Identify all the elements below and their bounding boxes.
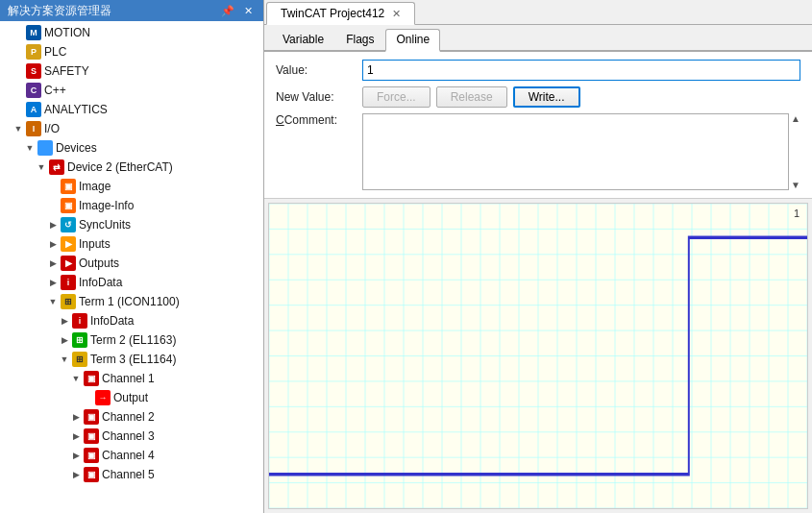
chart-svg (269, 204, 807, 508)
icon-term2: ⊞ (72, 332, 87, 348)
icon-outputs: ▶ (61, 256, 76, 271)
tree-item-motion[interactable]: MMOTION (0, 23, 263, 42)
expand-btn-term1[interactable]: ▼ (46, 295, 60, 308)
force-button[interactable]: Force... (362, 86, 431, 108)
icon-infodata: i (61, 275, 76, 290)
label-plc: PLC (44, 45, 66, 59)
expand-btn-outputs[interactable]: ▶ (46, 256, 60, 270)
write-button[interactable]: Write... (513, 86, 580, 108)
expand-btn-channel2[interactable]: ▶ (69, 410, 83, 424)
label-channel4: Channel 4 (102, 449, 155, 462)
icon-analytics: A (26, 102, 41, 117)
sub-tab-variable[interactable]: Variable (272, 29, 334, 50)
tree-item-term1[interactable]: ▼⊞Term 1 (ICON1100) (0, 292, 263, 311)
expand-btn-channel5[interactable]: ▶ (69, 468, 83, 481)
tree-item-term3[interactable]: ▼⊞Term 3 (EL1164) (0, 350, 263, 369)
tree-item-infodata[interactable]: ▶iInfoData (0, 273, 263, 292)
tree-item-io[interactable]: ▼II/O (0, 119, 263, 138)
tree-item-output[interactable]: →Output (0, 388, 263, 407)
icon-channel4: ▣ (84, 448, 99, 463)
expand-btn-channel3[interactable]: ▶ (69, 429, 83, 443)
online-content: Value: New Value: Force... Release Write… (264, 52, 812, 199)
solution-explorer-title: 解决方案资源管理器 (8, 3, 111, 19)
tree-item-safety[interactable]: SSAFETY (0, 61, 263, 81)
expand-btn-infodata2[interactable]: ▶ (58, 314, 71, 328)
label-device2: Device 2 (EtherCAT) (67, 160, 173, 174)
expand-btn-io[interactable]: ▼ (12, 122, 25, 135)
pin-button[interactable]: 📌 (218, 5, 237, 17)
icon-output: → (95, 390, 111, 405)
expand-btn-imageinfo (46, 199, 60, 212)
icon-cpp: C (26, 83, 41, 98)
header-buttons: 📌 ✕ (218, 5, 256, 17)
icon-channel5: ▣ (84, 467, 99, 482)
expand-btn-analytics (12, 103, 25, 116)
tab-close-button[interactable]: ✕ (392, 8, 401, 19)
comment-scroll-down[interactable]: ▼ (791, 180, 800, 190)
close-left-button[interactable]: ✕ (241, 5, 256, 17)
tree-item-outputs[interactable]: ▶▶Outputs (0, 254, 263, 273)
label-term2: Term 2 (EL1163) (90, 333, 176, 347)
tree-item-device2[interactable]: ▼⇄Device 2 (EtherCAT) (0, 158, 263, 177)
expand-btn-plc (12, 45, 25, 59)
label-channel5: Channel 5 (102, 468, 155, 481)
sub-tab-flags[interactable]: Flags (335, 29, 384, 50)
value-row: Value: (276, 60, 800, 81)
expand-btn-channel4[interactable]: ▶ (69, 449, 83, 462)
label-io: I/O (44, 122, 60, 135)
value-input[interactable] (362, 60, 800, 81)
tree-item-channel2[interactable]: ▶▣Channel 2 (0, 407, 263, 427)
comment-row: CComment: ▲ ▼ (276, 113, 800, 190)
expand-btn-infodata[interactable]: ▶ (46, 276, 60, 289)
sub-tab-online[interactable]: Online (385, 29, 440, 52)
expand-btn-channel1[interactable]: ▼ (69, 372, 83, 385)
icon-term3: ⊞ (72, 352, 87, 367)
label-imageinfo: Image-Info (79, 199, 134, 212)
tree-item-imageinfo[interactable]: ▣Image-Info (0, 196, 263, 215)
icon-imageinfo: ▣ (61, 198, 76, 213)
expand-btn-image (46, 180, 60, 193)
tree-item-channel3[interactable]: ▶▣Channel 3 (0, 427, 263, 446)
comment-scroll-up[interactable]: ▲ (791, 113, 800, 124)
tree-item-syncunits[interactable]: ▶↺SyncUnits (0, 215, 263, 234)
tree-item-inputs[interactable]: ▶▶Inputs (0, 234, 263, 254)
label-channel2: Channel 2 (102, 410, 155, 424)
comment-textarea[interactable] (362, 113, 789, 190)
tree-item-devices[interactable]: ▼Devices (0, 138, 263, 158)
tree-item-image[interactable]: ▣Image (0, 177, 263, 196)
icon-motion: M (26, 25, 41, 40)
tree-item-channel5[interactable]: ▶▣Channel 5 (0, 465, 263, 484)
main-tab[interactable]: TwinCAT Project412 ✕ (266, 2, 415, 25)
expand-btn-term3[interactable]: ▼ (58, 353, 71, 366)
expand-btn-inputs[interactable]: ▶ (46, 237, 60, 251)
tree-item-plc[interactable]: PPLC (0, 42, 263, 61)
expand-btn-term2[interactable]: ▶ (58, 333, 71, 347)
icon-channel2: ▣ (84, 409, 99, 425)
release-button[interactable]: Release (436, 86, 507, 108)
tree-item-channel4[interactable]: ▶▣Channel 4 (0, 446, 263, 465)
value-label: Value: (276, 63, 362, 77)
icon-devices (37, 140, 53, 156)
label-inputs: Inputs (79, 237, 111, 251)
label-infodata: InfoData (79, 276, 122, 289)
tree-item-cpp[interactable]: CC++ (0, 81, 263, 100)
tree-item-term2[interactable]: ▶⊞Term 2 (EL1163) (0, 330, 263, 350)
tab-title-text: TwinCAT Project412 (281, 7, 384, 20)
label-image: Image (79, 180, 111, 193)
expand-btn-devices[interactable]: ▼ (23, 141, 37, 155)
icon-io: I (26, 121, 41, 136)
tree-area: MMOTIONPPLCSSAFETYCC++AANALYTICS▼II/O▼De… (0, 21, 263, 513)
solution-explorer-header: 解决方案资源管理器 📌 ✕ (0, 0, 263, 21)
tree-item-analytics[interactable]: AANALYTICS (0, 100, 263, 119)
left-panel: 解决方案资源管理器 📌 ✕ MMOTIONPPLCSSAFETYCC++AANA… (0, 0, 264, 513)
tree-item-channel1[interactable]: ▼▣Channel 1 (0, 369, 263, 388)
right-panel: TwinCAT Project412 ✕ VariableFlagsOnline… (264, 0, 812, 513)
tree-item-infodata2[interactable]: ▶iInfoData (0, 311, 263, 330)
label-syncunits: SyncUnits (79, 218, 131, 232)
expand-btn-syncunits[interactable]: ▶ (46, 218, 60, 232)
label-channel1: Channel 1 (102, 372, 155, 385)
new-value-row: New Value: Force... Release Write... (276, 86, 800, 108)
expand-btn-output (81, 391, 94, 404)
label-devices: Devices (56, 141, 97, 155)
expand-btn-device2[interactable]: ▼ (35, 160, 48, 174)
